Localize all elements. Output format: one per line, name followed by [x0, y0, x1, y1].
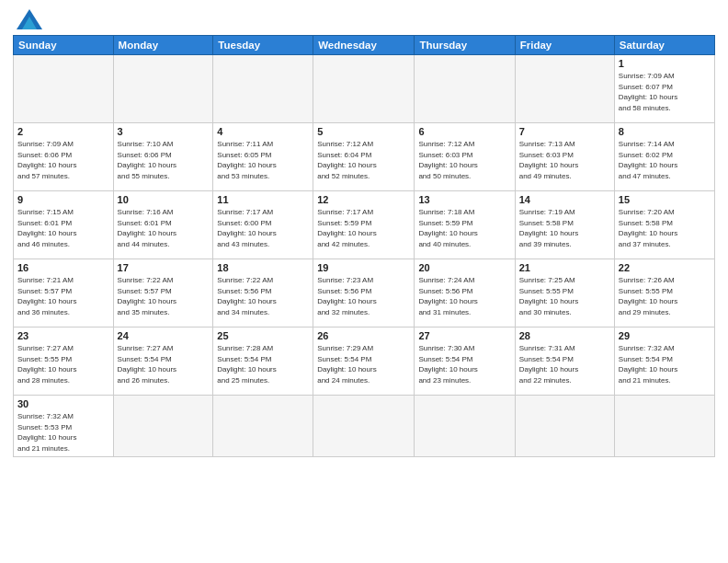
day-info: Sunrise: 7:23 AM Sunset: 5:56 PM Dayligh… — [317, 275, 410, 317]
day-info: Sunrise: 7:11 AM Sunset: 6:05 PM Dayligh… — [217, 139, 309, 181]
calendar-cell: 30Sunrise: 7:32 AM Sunset: 5:53 PM Dayli… — [14, 396, 114, 457]
day-number: 28 — [519, 330, 610, 341]
logo-icon — [17, 9, 42, 29]
day-number: 19 — [317, 262, 410, 273]
day-number: 8 — [619, 126, 711, 137]
calendar-week-row: 1Sunrise: 7:09 AM Sunset: 6:07 PM Daylig… — [14, 55, 715, 123]
calendar-cell: 16Sunrise: 7:21 AM Sunset: 5:57 PM Dayli… — [14, 259, 114, 327]
calendar-cell: 3Sunrise: 7:10 AM Sunset: 6:06 PM Daylig… — [113, 123, 213, 191]
day-info: Sunrise: 7:29 AM Sunset: 5:54 PM Dayligh… — [317, 343, 410, 385]
day-info: Sunrise: 7:19 AM Sunset: 5:58 PM Dayligh… — [519, 207, 610, 249]
col-header-thursday: Thursday — [415, 36, 515, 55]
day-number: 23 — [17, 330, 109, 341]
day-number: 7 — [519, 126, 610, 137]
day-info: Sunrise: 7:24 AM Sunset: 5:56 PM Dayligh… — [418, 275, 510, 317]
calendar-week-row: 30Sunrise: 7:32 AM Sunset: 5:53 PM Dayli… — [14, 396, 715, 457]
calendar-cell: 14Sunrise: 7:19 AM Sunset: 5:58 PM Dayli… — [515, 191, 614, 259]
calendar-cell: 29Sunrise: 7:32 AM Sunset: 5:54 PM Dayli… — [614, 327, 714, 396]
day-info: Sunrise: 7:32 AM Sunset: 5:54 PM Dayligh… — [619, 343, 711, 385]
day-info: Sunrise: 7:17 AM Sunset: 5:59 PM Dayligh… — [317, 207, 410, 249]
calendar-cell — [415, 396, 515, 457]
day-info: Sunrise: 7:27 AM Sunset: 5:55 PM Dayligh… — [17, 343, 109, 385]
day-info: Sunrise: 7:21 AM Sunset: 5:57 PM Dayligh… — [17, 275, 109, 317]
calendar-cell: 26Sunrise: 7:29 AM Sunset: 5:54 PM Dayli… — [313, 327, 415, 396]
day-number: 18 — [217, 262, 309, 273]
day-info: Sunrise: 7:30 AM Sunset: 5:54 PM Dayligh… — [418, 343, 510, 385]
day-info: Sunrise: 7:20 AM Sunset: 5:58 PM Dayligh… — [619, 207, 711, 249]
day-number: 14 — [519, 194, 610, 205]
day-number: 22 — [619, 262, 711, 273]
day-info: Sunrise: 7:27 AM Sunset: 5:54 PM Dayligh… — [118, 343, 210, 385]
header — [13, 9, 715, 29]
calendar-cell: 17Sunrise: 7:22 AM Sunset: 5:57 PM Dayli… — [113, 259, 213, 327]
calendar-week-row: 9Sunrise: 7:15 AM Sunset: 6:01 PM Daylig… — [14, 191, 715, 259]
day-number: 26 — [317, 330, 410, 341]
col-header-friday: Friday — [515, 36, 614, 55]
day-info: Sunrise: 7:12 AM Sunset: 6:04 PM Dayligh… — [317, 139, 410, 181]
day-info: Sunrise: 7:18 AM Sunset: 5:59 PM Dayligh… — [418, 207, 510, 249]
col-header-saturday: Saturday — [614, 36, 714, 55]
calendar-cell — [213, 396, 313, 457]
day-number: 30 — [17, 398, 109, 409]
calendar-week-row: 16Sunrise: 7:21 AM Sunset: 5:57 PM Dayli… — [14, 259, 715, 327]
calendar-cell: 8Sunrise: 7:14 AM Sunset: 6:02 PM Daylig… — [614, 123, 714, 191]
calendar-cell: 20Sunrise: 7:24 AM Sunset: 5:56 PM Dayli… — [415, 259, 515, 327]
day-number: 16 — [17, 262, 109, 273]
col-header-wednesday: Wednesday — [313, 36, 415, 55]
day-info: Sunrise: 7:25 AM Sunset: 5:55 PM Dayligh… — [519, 275, 610, 317]
day-number: 21 — [519, 262, 610, 273]
day-info: Sunrise: 7:15 AM Sunset: 6:01 PM Dayligh… — [17, 207, 109, 249]
day-number: 17 — [118, 262, 210, 273]
calendar-cell — [14, 55, 114, 123]
calendar-cell — [313, 55, 415, 123]
calendar-week-row: 23Sunrise: 7:27 AM Sunset: 5:55 PM Dayli… — [14, 327, 715, 396]
calendar-cell — [313, 396, 415, 457]
day-info: Sunrise: 7:17 AM Sunset: 6:00 PM Dayligh… — [217, 207, 309, 249]
calendar-cell: 10Sunrise: 7:16 AM Sunset: 6:01 PM Dayli… — [113, 191, 213, 259]
calendar-cell: 11Sunrise: 7:17 AM Sunset: 6:00 PM Dayli… — [213, 191, 313, 259]
calendar-cell: 12Sunrise: 7:17 AM Sunset: 5:59 PM Dayli… — [313, 191, 415, 259]
day-number: 20 — [418, 262, 510, 273]
calendar-cell: 27Sunrise: 7:30 AM Sunset: 5:54 PM Dayli… — [415, 327, 515, 396]
logo — [13, 9, 42, 29]
calendar-cell: 21Sunrise: 7:25 AM Sunset: 5:55 PM Dayli… — [515, 259, 614, 327]
day-number: 13 — [418, 194, 510, 205]
calendar-cell: 22Sunrise: 7:26 AM Sunset: 5:55 PM Dayli… — [614, 259, 714, 327]
day-info: Sunrise: 7:13 AM Sunset: 6:03 PM Dayligh… — [519, 139, 610, 181]
day-number: 2 — [17, 126, 109, 137]
day-info: Sunrise: 7:26 AM Sunset: 5:55 PM Dayligh… — [619, 275, 711, 317]
calendar-cell: 6Sunrise: 7:12 AM Sunset: 6:03 PM Daylig… — [415, 123, 515, 191]
page: SundayMondayTuesdayWednesdayThursdayFrid… — [0, 0, 728, 563]
calendar-cell: 9Sunrise: 7:15 AM Sunset: 6:01 PM Daylig… — [14, 191, 114, 259]
day-number: 25 — [217, 330, 309, 341]
day-number: 11 — [217, 194, 309, 205]
day-info: Sunrise: 7:16 AM Sunset: 6:01 PM Dayligh… — [118, 207, 210, 249]
calendar-week-row: 2Sunrise: 7:09 AM Sunset: 6:06 PM Daylig… — [14, 123, 715, 191]
calendar-table: SundayMondayTuesdayWednesdayThursdayFrid… — [13, 35, 715, 457]
calendar-cell: 28Sunrise: 7:31 AM Sunset: 5:54 PM Dayli… — [515, 327, 614, 396]
day-number: 12 — [317, 194, 410, 205]
day-number: 6 — [418, 126, 510, 137]
day-info: Sunrise: 7:12 AM Sunset: 6:03 PM Dayligh… — [418, 139, 510, 181]
calendar-cell — [515, 396, 614, 457]
day-number: 3 — [118, 126, 210, 137]
calendar-cell: 18Sunrise: 7:22 AM Sunset: 5:56 PM Dayli… — [213, 259, 313, 327]
day-info: Sunrise: 7:28 AM Sunset: 5:54 PM Dayligh… — [217, 343, 309, 385]
day-info: Sunrise: 7:31 AM Sunset: 5:54 PM Dayligh… — [519, 343, 610, 385]
col-header-tuesday: Tuesday — [213, 36, 313, 55]
calendar-cell: 13Sunrise: 7:18 AM Sunset: 5:59 PM Dayli… — [415, 191, 515, 259]
day-info: Sunrise: 7:22 AM Sunset: 5:56 PM Dayligh… — [217, 275, 309, 317]
calendar-cell: 7Sunrise: 7:13 AM Sunset: 6:03 PM Daylig… — [515, 123, 614, 191]
calendar-cell: 23Sunrise: 7:27 AM Sunset: 5:55 PM Dayli… — [14, 327, 114, 396]
calendar-cell: 24Sunrise: 7:27 AM Sunset: 5:54 PM Dayli… — [113, 327, 213, 396]
calendar-cell — [113, 396, 213, 457]
day-info: Sunrise: 7:32 AM Sunset: 5:53 PM Dayligh… — [17, 411, 109, 454]
day-info: Sunrise: 7:10 AM Sunset: 6:06 PM Dayligh… — [118, 139, 210, 181]
calendar-cell — [113, 55, 213, 123]
calendar-cell — [515, 55, 614, 123]
day-number: 15 — [619, 194, 711, 205]
calendar-cell: 4Sunrise: 7:11 AM Sunset: 6:05 PM Daylig… — [213, 123, 313, 191]
calendar-cell — [415, 55, 515, 123]
calendar-cell — [213, 55, 313, 123]
day-number: 29 — [619, 330, 711, 341]
